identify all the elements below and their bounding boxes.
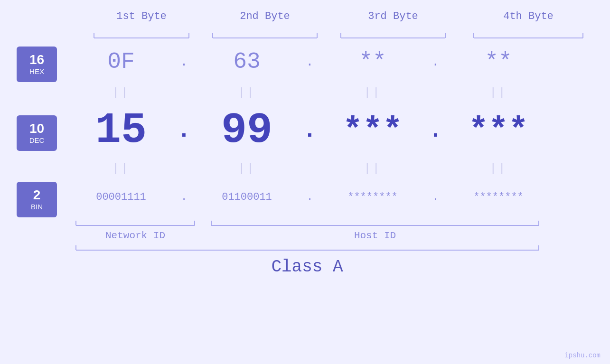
bin-byte4: ******** bbox=[444, 178, 553, 216]
host-id-text: Host ID bbox=[354, 230, 396, 241]
bottom-brackets-svg: Network ID Host ID bbox=[66, 218, 541, 242]
sep-dec-2: . bbox=[301, 118, 318, 143]
top-brackets-svg: 1st Byte 2nd Byte 3rd Byte 4th Byte bbox=[77, 7, 600, 40]
network-id-text: Network ID bbox=[105, 230, 165, 241]
hex-byte3: ** bbox=[318, 40, 427, 83]
dec-byte4: *** bbox=[444, 102, 553, 159]
bin-row: 00001111 . 01100011 . ******** . *******… bbox=[66, 178, 610, 216]
dec-badge: 10 DEC bbox=[17, 115, 57, 151]
class-a-text: Class A bbox=[271, 257, 343, 276]
hex-label: HEX bbox=[29, 67, 44, 75]
sep-bin-3: . bbox=[427, 191, 444, 203]
dec-number: 10 bbox=[29, 122, 44, 135]
hex-badge: 16 HEX bbox=[17, 47, 57, 82]
byte2-header: 2nd Byte bbox=[240, 10, 290, 22]
dec-label: DEC bbox=[29, 136, 45, 144]
dec-byte3: *** bbox=[318, 102, 427, 159]
dec-byte2: 99 bbox=[192, 102, 301, 159]
sep-hex-1: . bbox=[176, 55, 192, 69]
equals-row-2: || || || || bbox=[66, 159, 610, 178]
sep-bin-2: . bbox=[301, 191, 318, 203]
byte3-header: 3rd Byte bbox=[368, 10, 418, 22]
hex-byte1: 0F bbox=[66, 40, 176, 83]
dec-row: 15 . 99 . *** . *** bbox=[66, 102, 610, 159]
bin-label: BIN bbox=[31, 203, 43, 211]
sep-hex-2: . bbox=[301, 55, 318, 69]
hex-row: 0F . 63 . ** . ** bbox=[66, 40, 610, 83]
byte1-header: 1st Byte bbox=[116, 10, 167, 22]
class-section: Class A bbox=[66, 243, 610, 276]
bottom-brackets: Network ID Host ID bbox=[66, 218, 610, 242]
sep-hex-3: . bbox=[427, 55, 444, 69]
watermark: ipshu.com bbox=[564, 352, 601, 359]
hex-byte2: 63 bbox=[192, 40, 301, 83]
byte4-header: 4th Byte bbox=[503, 10, 554, 22]
bin-number: 2 bbox=[33, 188, 41, 202]
sep-dec-1: . bbox=[176, 118, 192, 143]
bin-badge: 2 BIN bbox=[17, 182, 57, 217]
bin-byte1: 00001111 bbox=[66, 178, 176, 216]
sep-dec-3: . bbox=[427, 118, 444, 143]
bin-byte3: ******** bbox=[318, 178, 427, 216]
equals-row-1: || || || || bbox=[66, 83, 610, 102]
dec-byte1: 15 bbox=[66, 102, 176, 159]
hex-byte4: ** bbox=[444, 40, 553, 83]
sep-bin-1: . bbox=[176, 191, 192, 203]
bin-byte2: 01100011 bbox=[192, 178, 301, 216]
main-container: 1st Byte 2nd Byte 3rd Byte 4th Byte bbox=[0, 0, 610, 364]
hex-number: 16 bbox=[29, 53, 44, 66]
class-bracket-svg: Class A bbox=[66, 243, 541, 276]
